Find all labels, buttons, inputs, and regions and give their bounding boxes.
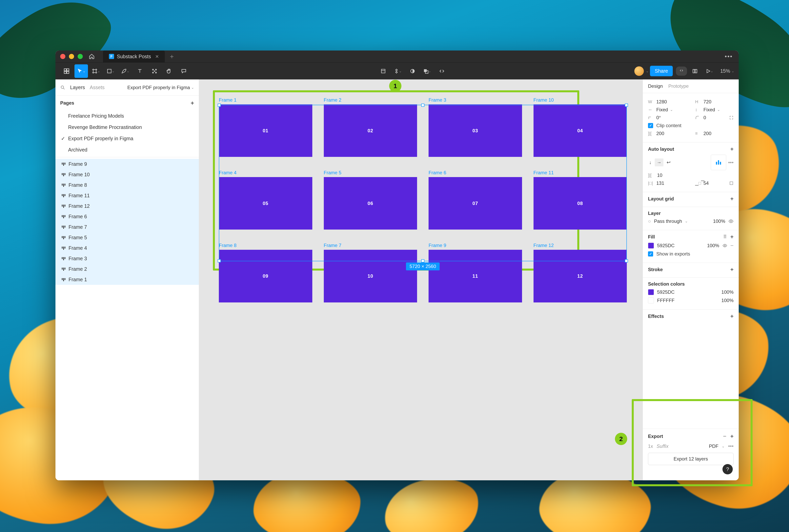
page-item[interactable]: ✓Export PDF properly in Figma bbox=[55, 133, 199, 144]
height-input[interactable]: 720 bbox=[704, 99, 711, 104]
frame-tool[interactable]: ⌄ bbox=[89, 64, 102, 78]
show-in-exports-checkbox[interactable]: ✓ bbox=[648, 251, 653, 256]
mask-icon[interactable] bbox=[406, 64, 419, 78]
layer-item[interactable]: Frame 5 bbox=[55, 232, 199, 243]
width-input[interactable]: 1280 bbox=[656, 99, 667, 104]
comment-tool[interactable] bbox=[177, 64, 191, 78]
add-fill-button[interactable]: + bbox=[730, 234, 734, 240]
frame-label[interactable]: Frame 3 bbox=[428, 97, 522, 103]
fill-opacity-input[interactable]: 100% bbox=[707, 243, 719, 248]
user-avatar[interactable] bbox=[634, 66, 644, 76]
fill-styles-icon[interactable]: ⠿ bbox=[723, 234, 727, 240]
zoom-dropdown[interactable]: 15%⌄ bbox=[720, 68, 734, 74]
add-effect-button[interactable]: + bbox=[730, 313, 734, 320]
prototype-tab[interactable]: Prototype bbox=[668, 83, 689, 89]
layer-item[interactable]: Frame 6 bbox=[55, 211, 199, 222]
layer-item[interactable]: Frame 3 bbox=[55, 253, 199, 264]
layer-item[interactable]: Frame 11 bbox=[55, 190, 199, 201]
blend-mode-dropdown[interactable]: Pass through bbox=[654, 218, 682, 224]
gap-h-input[interactable]: 200 bbox=[656, 131, 664, 136]
new-tab-button[interactable]: + bbox=[170, 53, 174, 60]
layer-item[interactable]: Frame 8 bbox=[55, 180, 199, 190]
layers-tab[interactable]: Layers bbox=[70, 84, 85, 90]
remove-export-button[interactable]: − bbox=[723, 433, 726, 439]
hand-tool[interactable] bbox=[162, 64, 176, 78]
rotation-input[interactable]: 0° bbox=[656, 115, 661, 120]
canvas[interactable]: 1 5720 × 2560 Frame 101Frame 202Frame 30… bbox=[199, 79, 643, 480]
remove-fill-button[interactable]: − bbox=[730, 243, 734, 249]
direction-vertical-icon[interactable]: ↓ bbox=[648, 158, 653, 166]
corner-radius-input[interactable]: 0 bbox=[704, 115, 706, 120]
independent-corners-icon[interactable] bbox=[729, 115, 734, 120]
component-insert-icon[interactable] bbox=[377, 64, 390, 78]
sel-color-swatch[interactable] bbox=[648, 298, 654, 303]
clip-content-checkbox[interactable]: ✓ bbox=[648, 123, 653, 128]
dev-handoff-icon[interactable] bbox=[435, 64, 448, 78]
fill-visibility-icon[interactable] bbox=[723, 243, 727, 248]
export-format-dropdown[interactable]: PDF bbox=[709, 443, 718, 449]
fill-swatch[interactable] bbox=[648, 243, 654, 249]
share-button[interactable]: Share bbox=[650, 66, 673, 76]
export-suffix-input[interactable]: Suffix bbox=[656, 443, 705, 449]
fill-hex-input[interactable]: 5925DC bbox=[657, 243, 675, 248]
layer-item[interactable]: Frame 9 bbox=[55, 159, 199, 169]
boolean-icon[interactable]: ⌄ bbox=[420, 64, 434, 78]
padding-h-input[interactable]: 131 bbox=[656, 180, 664, 186]
maximize-window-button[interactable] bbox=[78, 54, 83, 59]
file-tab[interactable]: F Substack Posts × bbox=[103, 51, 165, 62]
layer-item[interactable]: Frame 7 bbox=[55, 222, 199, 232]
present-icon[interactable]: ⌄ bbox=[703, 64, 716, 78]
visibility-icon[interactable] bbox=[728, 218, 734, 224]
tab-close-icon[interactable]: × bbox=[155, 54, 159, 59]
export-button[interactable]: Export 12 layers bbox=[648, 453, 734, 465]
move-tool[interactable]: ⌄ bbox=[75, 64, 88, 78]
close-window-button[interactable] bbox=[60, 54, 65, 59]
wrap-icon[interactable]: ↩ bbox=[666, 158, 672, 166]
pen-tool[interactable]: ⌄ bbox=[118, 64, 132, 78]
resize-h-dropdown[interactable]: Fixed bbox=[656, 107, 668, 113]
export-settings-icon[interactable]: ••• bbox=[728, 443, 734, 449]
layer-item[interactable]: Frame 2 bbox=[55, 264, 199, 274]
frame-label[interactable]: Frame 2 bbox=[324, 97, 417, 103]
layer-item[interactable]: Frame 10 bbox=[55, 169, 199, 180]
layer-item[interactable]: Frame 4 bbox=[55, 243, 199, 253]
add-export-button[interactable]: + bbox=[730, 433, 734, 439]
add-page-button[interactable]: + bbox=[191, 100, 194, 106]
main-menu-button[interactable] bbox=[60, 64, 73, 78]
auto-layout-more-icon[interactable]: ••• bbox=[728, 159, 734, 166]
minimize-window-button[interactable] bbox=[69, 54, 74, 59]
sel-color-swatch[interactable] bbox=[648, 289, 654, 295]
layer-opacity-input[interactable]: 100% bbox=[713, 218, 725, 224]
home-icon[interactable] bbox=[89, 54, 95, 59]
shape-tool[interactable]: ⌄ bbox=[104, 64, 117, 78]
design-tab[interactable]: Design bbox=[648, 83, 663, 89]
page-item[interactable]: Freelance Pricing Models bbox=[55, 110, 199, 121]
layer-item[interactable]: Frame 12 bbox=[55, 201, 199, 211]
resize-v-dropdown[interactable]: Fixed bbox=[704, 107, 715, 113]
search-icon[interactable] bbox=[60, 85, 65, 90]
variants-icon[interactable]: ⌄ bbox=[391, 64, 405, 78]
padding-v-input[interactable]: 54 bbox=[704, 180, 709, 186]
page-item[interactable]: Revenge Bedtime Procrastination bbox=[55, 121, 199, 133]
add-grid-button[interactable]: + bbox=[730, 196, 734, 202]
add-stroke-button[interactable]: + bbox=[730, 266, 734, 273]
direction-horizontal-icon[interactable]: → bbox=[655, 158, 663, 166]
frame-label[interactable]: Frame 1 bbox=[219, 97, 312, 103]
independent-padding-icon[interactable] bbox=[729, 181, 734, 185]
resources-tool[interactable] bbox=[148, 64, 161, 78]
overflow-menu-icon[interactable]: ••• bbox=[725, 53, 733, 60]
layer-item[interactable]: Frame 1 bbox=[55, 274, 199, 285]
library-icon[interactable] bbox=[688, 64, 702, 78]
page-item[interactable]: Archived bbox=[55, 144, 199, 155]
gap-v-input[interactable]: 200 bbox=[704, 131, 711, 136]
help-button[interactable]: ? bbox=[723, 464, 733, 474]
file-name-dropdown[interactable]: Export PDF properly in Figma⌄ bbox=[127, 85, 194, 90]
add-auto-layout-button[interactable]: + bbox=[730, 146, 734, 152]
alignment-box[interactable] bbox=[711, 155, 726, 170]
item-spacing-input[interactable]: 10 bbox=[657, 172, 662, 178]
export-scale-dropdown[interactable]: 1x bbox=[648, 443, 653, 449]
frame-label[interactable]: Frame 10 bbox=[534, 97, 627, 103]
assets-tab[interactable]: Assets bbox=[90, 84, 104, 90]
text-tool[interactable] bbox=[133, 64, 147, 78]
dev-mode-toggle[interactable] bbox=[676, 66, 687, 76]
